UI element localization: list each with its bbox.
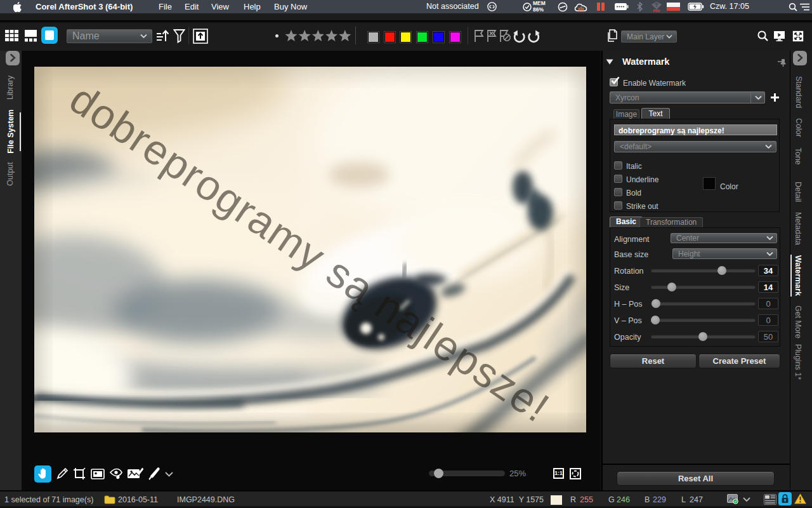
svg-text:PRO: PRO xyxy=(653,9,660,13)
